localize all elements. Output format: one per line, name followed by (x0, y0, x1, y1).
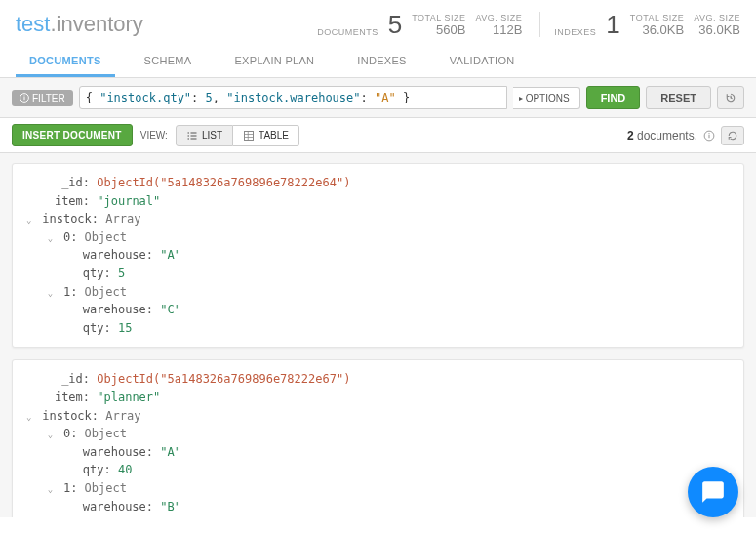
document-list[interactable]: _id: ObjectId("5a148326a769896e78222e64"… (0, 153, 756, 517)
document-card[interactable]: _id: ObjectId("5a148326a769896e78222e64"… (12, 163, 744, 348)
filter-info-icon (20, 93, 29, 103)
svg-rect-6 (190, 135, 196, 137)
filter-input[interactable]: { "instock.qty": 5, "instock.warehouse":… (79, 86, 507, 109)
view-label: VIEW: (140, 130, 168, 141)
svg-rect-7 (187, 138, 189, 140)
svg-rect-8 (190, 138, 196, 140)
info-icon[interactable] (703, 130, 715, 142)
result-count: 2 documents. (627, 126, 744, 145)
svg-rect-9 (245, 131, 254, 140)
chat-button[interactable] (688, 467, 738, 517)
tab-schema[interactable]: SCHEMA (131, 45, 206, 77)
tab-documents[interactable]: DOCUMENTS (16, 45, 115, 77)
tabs: DOCUMENTS SCHEMA EXPLAIN PLAN INDEXES VA… (0, 45, 756, 78)
document-card[interactable]: _id: ObjectId("5a148326a769896e78222e67"… (12, 359, 744, 517)
refresh-icon (727, 130, 738, 142)
svg-rect-14 (708, 134, 709, 137)
insert-document-button[interactable]: INSERT DOCUMENT (12, 124, 133, 146)
svg-rect-4 (190, 132, 196, 134)
svg-rect-15 (708, 133, 709, 134)
options-button[interactable]: ▸OPTIONS (513, 87, 580, 109)
tab-indexes[interactable]: INDEXES (343, 45, 419, 77)
find-button[interactable]: FIND (586, 86, 641, 109)
db-name: test (16, 12, 50, 36)
list-icon (186, 130, 198, 142)
documents-stats: DOCUMENTS 5 TOTAL SIZE 560B AVG. SIZE 11… (303, 12, 522, 37)
view-toggle: LIST TABLE (176, 125, 299, 146)
history-button[interactable] (717, 86, 744, 109)
svg-rect-2 (24, 96, 25, 97)
tab-validation[interactable]: VALIDATION (436, 45, 529, 77)
namespace: test.inventory (16, 12, 143, 37)
refresh-button[interactable] (721, 126, 744, 145)
collection-stats: DOCUMENTS 5 TOTAL SIZE 560B AVG. SIZE 11… (303, 12, 740, 37)
list-view-button[interactable]: LIST (176, 125, 233, 146)
svg-rect-1 (24, 97, 25, 100)
header: test.inventory DOCUMENTS 5 TOTAL SIZE 56… (0, 0, 756, 45)
collection-name: inventory (57, 12, 143, 36)
indexes-stats: INDEXES 1 TOTAL SIZE 36.0KB AVG. SIZE 36… (539, 12, 740, 37)
toolbar: INSERT DOCUMENT VIEW: LIST TABLE 2 docum… (0, 118, 756, 153)
reset-button[interactable]: RESET (646, 86, 711, 109)
svg-rect-3 (187, 132, 189, 134)
history-icon (725, 92, 736, 103)
svg-rect-5 (187, 135, 189, 137)
chat-icon (700, 479, 726, 505)
tab-explain-plan[interactable]: EXPLAIN PLAN (220, 45, 328, 77)
table-icon (243, 130, 255, 142)
table-view-button[interactable]: TABLE (233, 125, 299, 146)
filter-pill[interactable]: FILTER (12, 90, 73, 106)
query-bar: FILTER { "instock.qty": 5, "instock.ware… (0, 78, 756, 118)
